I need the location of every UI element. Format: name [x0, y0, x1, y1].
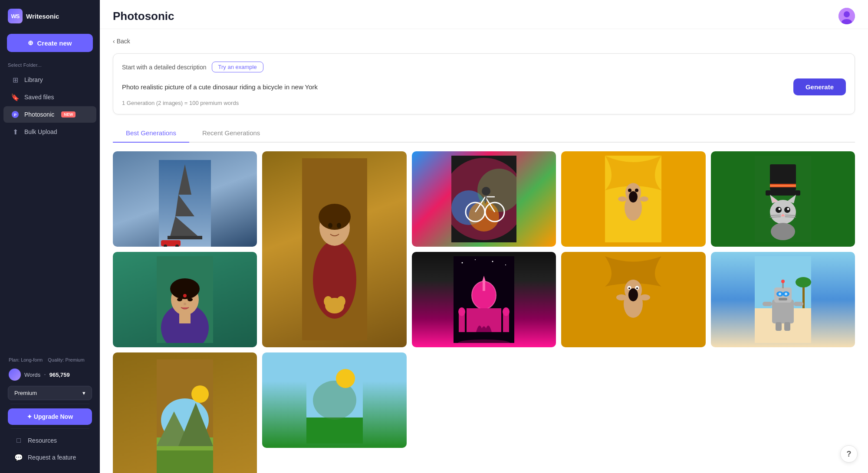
svg-point-69	[184, 303, 186, 305]
svg-rect-108	[763, 302, 772, 306]
gallery-image-taj-mahal[interactable]	[412, 252, 556, 347]
svg-rect-105	[782, 282, 784, 288]
plan-info: Plan: Long-form Quality: Premium	[3, 354, 96, 366]
svg-point-3	[844, 11, 850, 17]
svg-rect-44	[766, 190, 800, 196]
svg-point-41	[640, 196, 648, 202]
svg-point-118	[191, 385, 209, 403]
main-header: Photosonic	[100, 0, 868, 29]
quality-dropdown[interactable]: Premium ▾	[8, 386, 92, 400]
svg-point-103	[779, 293, 781, 295]
words-row: Words · 965,759	[3, 366, 96, 383]
svg-point-104	[785, 293, 787, 295]
svg-line-59	[785, 217, 796, 217]
gallery-image-portrait-2[interactable]	[113, 352, 257, 473]
svg-point-106	[781, 280, 785, 283]
image-gallery	[113, 151, 855, 473]
svg-point-83	[503, 307, 510, 316]
svg-point-81	[458, 307, 465, 316]
svg-point-88	[628, 288, 638, 301]
create-new-button[interactable]: ⊕ Create new	[7, 34, 93, 52]
generate-button[interactable]: Generate	[793, 78, 846, 95]
prompt-description-label: Start with a detailed description	[122, 64, 207, 71]
svg-point-54	[787, 208, 789, 210]
gallery-image-eiffel[interactable]	[113, 151, 257, 247]
back-arrow-icon: ‹	[113, 38, 115, 45]
generation-cost: 1 Generation (2 images) = 100 premium wo…	[122, 100, 846, 106]
chevron-down-icon: ▾	[82, 390, 85, 396]
prompt-header: Start with a detailed description Try an…	[122, 62, 846, 72]
gallery-image-cat-hat[interactable]	[711, 151, 855, 247]
help-icon: ?	[847, 450, 852, 459]
svg-rect-110	[776, 322, 782, 331]
svg-point-93	[616, 294, 627, 300]
logo-icon: WS	[8, 9, 23, 23]
help-button[interactable]: ?	[840, 445, 858, 463]
words-label: Words	[24, 372, 40, 378]
resources-icon: □	[15, 437, 23, 444]
sidebar-item-photosonic-label: Photosonic	[24, 111, 54, 118]
chat-icon: 💬	[15, 453, 23, 461]
sidebar-item-resources-label: Resources	[28, 437, 57, 444]
svg-text:P: P	[14, 113, 16, 117]
svg-point-68	[187, 298, 193, 301]
sidebar: WS Writesonic ⊕ Create new Select Folder…	[0, 0, 100, 473]
upgrade-now-button[interactable]: ✦ Upgrade Now	[8, 408, 92, 425]
sidebar-item-saved-files[interactable]: 🔖 Saved files	[3, 89, 96, 105]
sidebar-item-saved-files-label: Saved files	[24, 94, 54, 101]
svg-point-74	[505, 264, 506, 265]
svg-point-18	[337, 223, 341, 228]
gallery-image-cyclist[interactable]	[412, 151, 556, 247]
svg-point-98	[796, 277, 811, 287]
svg-rect-77	[483, 280, 485, 291]
back-button[interactable]: ‹ Back	[113, 38, 130, 45]
prompt-input-row: Generate	[122, 78, 846, 95]
svg-line-56	[770, 215, 781, 215]
svg-point-73	[492, 261, 493, 262]
svg-point-32	[482, 187, 490, 196]
svg-point-51	[776, 207, 782, 213]
page-title: Photosonic	[113, 10, 174, 23]
new-badge: new	[61, 111, 76, 117]
gallery-image-scream-1[interactable]	[561, 151, 705, 247]
svg-point-91	[628, 287, 630, 289]
gallery-image-landscape[interactable]	[262, 352, 406, 448]
sidebar-item-resources[interactable]: □ Resources	[7, 432, 93, 449]
photosonic-icon: P	[11, 111, 19, 118]
svg-point-71	[461, 262, 463, 264]
dot-separator: ·	[44, 371, 46, 378]
svg-line-33	[485, 196, 486, 203]
bookmark-icon: 🔖	[11, 93, 19, 101]
try-example-button[interactable]: Try an example	[212, 62, 263, 72]
gallery-image-robot[interactable]	[711, 252, 855, 347]
plus-icon: ⊕	[28, 39, 33, 47]
back-label: Back	[117, 38, 130, 45]
sidebar-item-request-feature-label: Request a feature	[28, 454, 76, 461]
svg-point-17	[328, 223, 332, 228]
svg-point-72	[475, 259, 476, 260]
quality-label: Quality: Premium	[48, 357, 84, 362]
sidebar-item-bulk-upload[interactable]: ⬆ Bulk Upload	[3, 124, 96, 140]
svg-point-53	[778, 208, 780, 210]
svg-point-21	[337, 296, 345, 307]
svg-point-38	[628, 189, 631, 192]
sidebar-item-library-label: Library	[24, 76, 43, 83]
gallery-image-mona-lisa[interactable]	[262, 151, 406, 347]
gallery-image-scream-2[interactable]	[561, 252, 705, 347]
svg-point-16	[319, 204, 351, 230]
gallery-image-indian-woman[interactable]	[113, 252, 257, 347]
user-avatar[interactable]	[838, 8, 855, 24]
logo[interactable]: WS Writesonic	[0, 0, 100, 30]
sidebar-item-request-feature[interactable]: 💬 Request a feature	[7, 449, 93, 466]
sidebar-item-library[interactable]: ⊞ Library	[3, 72, 96, 88]
svg-point-60	[771, 223, 795, 240]
svg-point-20	[324, 296, 332, 307]
words-orb-icon	[9, 369, 21, 381]
sidebar-item-photosonic[interactable]: P Photosonic new	[3, 106, 96, 123]
svg-rect-107	[779, 298, 787, 300]
prompt-input[interactable]	[122, 82, 788, 92]
tab-best-generations[interactable]: Best Generations	[113, 125, 189, 143]
logo-text: Writesonic	[26, 13, 59, 20]
svg-rect-9	[168, 236, 202, 239]
tab-recent-generations[interactable]: Recent Generations	[189, 125, 273, 143]
